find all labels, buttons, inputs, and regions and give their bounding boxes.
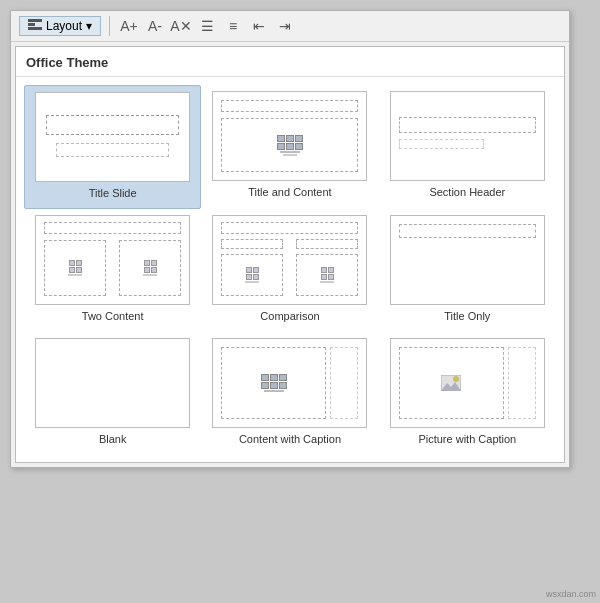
label-comparison: Comparison (260, 309, 319, 323)
decrease-indent-button[interactable]: ⇤ (248, 15, 270, 37)
picture-icon (441, 375, 461, 391)
content-icon-comp-right (320, 267, 334, 283)
thumbnail-title-only (390, 215, 545, 305)
layout-item-blank[interactable]: Blank (24, 332, 201, 454)
layout-item-comparison[interactable]: Comparison (201, 209, 378, 331)
panel-title: Office Theme (16, 47, 564, 77)
layout-label: Layout (46, 19, 82, 33)
toolbar-separator (109, 16, 110, 36)
increase-indent-button[interactable]: ⇥ (274, 15, 296, 37)
thumbnail-comparison (212, 215, 367, 305)
font-increase-button[interactable]: A+ (118, 15, 140, 37)
toolbar: Layout ▾ A+ A- A✕ ☰ ≡ ⇤ ⇥ (11, 11, 569, 42)
label-two-content: Two Content (82, 309, 144, 323)
layout-item-title-only[interactable]: Title Only (379, 209, 556, 331)
thumbnail-section-header (390, 91, 545, 181)
thumbnail-title-content (212, 91, 367, 181)
main-panel: Layout ▾ A+ A- A✕ ☰ ≡ ⇤ ⇥ Office Theme T… (10, 10, 570, 468)
thumbnail-title-slide (35, 92, 190, 182)
content-icon-left (68, 260, 82, 276)
layout-item-picture-caption[interactable]: Picture with Caption (379, 332, 556, 454)
font-decrease-button[interactable]: A- (144, 15, 166, 37)
dropdown-arrow: ▾ (86, 19, 92, 33)
svg-point-5 (453, 376, 459, 382)
svg-rect-2 (28, 27, 42, 30)
clear-format-button[interactable]: A✕ (170, 15, 192, 37)
layout-item-title-slide[interactable]: Title Slide (24, 85, 201, 209)
toolbar-icons: A+ A- A✕ ☰ ≡ ⇤ ⇥ (118, 15, 296, 37)
thumbnail-blank (35, 338, 190, 428)
thumbnail-two-content (35, 215, 190, 305)
numbering-button[interactable]: ≡ (222, 15, 244, 37)
bullets-button[interactable]: ☰ (196, 15, 218, 37)
layout-item-content-caption[interactable]: Content with Caption (201, 332, 378, 454)
label-picture-caption: Picture with Caption (418, 432, 516, 446)
layout-button[interactable]: Layout ▾ (19, 16, 101, 36)
thumbnail-picture-caption (390, 338, 545, 428)
label-title-only: Title Only (444, 309, 490, 323)
svg-rect-1 (28, 23, 35, 26)
label-blank: Blank (99, 432, 127, 446)
svg-rect-0 (28, 19, 42, 22)
layout-item-title-content[interactable]: Title and Content (201, 85, 378, 209)
content-icon (277, 135, 303, 156)
label-content-caption: Content with Caption (239, 432, 341, 446)
layout-icon (28, 19, 42, 33)
label-section-header: Section Header (429, 185, 505, 199)
layout-dropdown-panel: Office Theme Title Slide (15, 46, 565, 463)
layouts-grid: Title Slide (16, 77, 564, 462)
watermark: wsxdan.com (546, 589, 596, 599)
label-title-slide: Title Slide (89, 186, 137, 200)
thumbnail-content-caption (212, 338, 367, 428)
content-icon-right (143, 260, 157, 276)
content-icon-comp-left (245, 267, 259, 283)
label-title-content: Title and Content (248, 185, 331, 199)
layout-item-two-content[interactable]: Two Content (24, 209, 201, 331)
layout-item-section-header[interactable]: Section Header (379, 85, 556, 209)
content-icon-caption (261, 374, 287, 392)
